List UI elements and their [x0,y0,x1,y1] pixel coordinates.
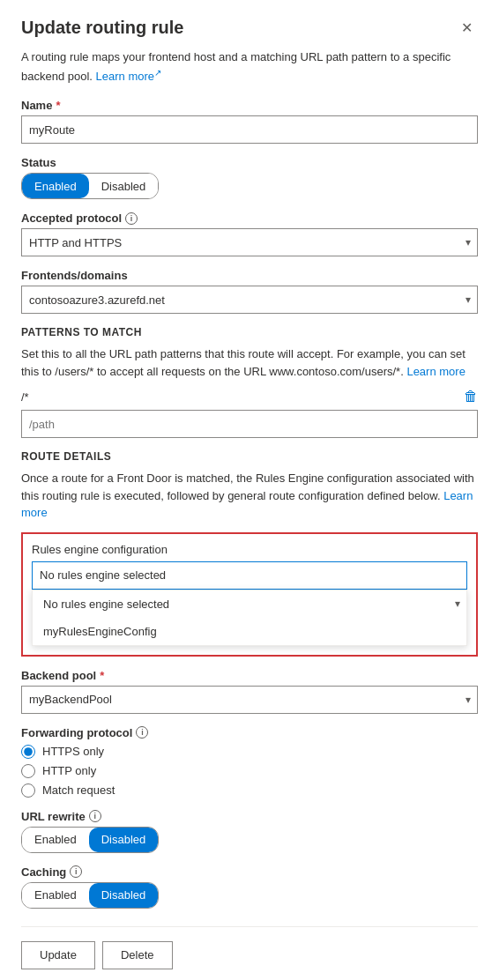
close-button[interactable]: ✕ [456,18,478,38]
status-enabled-button[interactable]: Enabled [22,174,89,198]
url-rewrite-enabled-button[interactable]: Enabled [22,828,89,852]
protocol-select[interactable]: HTTP and HTTPS HTTPS only HTTP only [21,228,478,256]
panel-title: Update routing rule [21,18,183,38]
caching-field-group: Caching i Enabled Disabled [21,865,478,909]
url-rewrite-disabled-button[interactable]: Disabled [89,828,159,852]
backend-pool-label: Backend pool * [21,669,478,682]
pattern-input[interactable] [21,410,478,438]
frontends-label: Frontends/domains [21,269,478,282]
forwarding-protocol-info-icon[interactable]: i [136,726,148,739]
frontends-select-wrapper: contosoazure3.azurefd.net ▾ [21,286,478,314]
rules-engine-option-config[interactable]: myRulesEngineConfig [33,618,466,645]
protocol-field-group: Accepted protocol i HTTP and HTTPS HTTPS… [21,212,478,256]
status-field-group: Status Enabled Disabled [21,156,478,199]
route-details-description: Once a route for a Front Door is matched… [21,470,478,522]
name-required-indicator: * [56,99,60,112]
rules-engine-label: Rules engine configuration [32,543,467,556]
protocol-select-wrapper: HTTP and HTTPS HTTPS only HTTP only ▾ [21,228,478,256]
protocol-label: Accepted protocol i [21,212,478,225]
external-link-icon: ↗ [154,68,161,78]
forwarding-http-only-radio[interactable] [21,764,35,778]
status-label: Status [21,156,478,169]
forwarding-protocol-field-group: Forwarding protocol i HTTPS only HTTP on… [21,726,478,798]
patterns-learn-more-link[interactable]: Learn more [406,365,465,378]
caching-enabled-button[interactable]: Enabled [22,883,89,908]
forwarding-https-only-row: HTTPS only [21,745,478,759]
rules-engine-dropdown: No rules engine selected ▾ No rules engi… [32,561,467,646]
url-rewrite-label: URL rewrite i [21,810,478,823]
forwarding-match-request-row: Match request [21,783,478,798]
route-details-section-title: ROUTE DETAILS [21,450,478,463]
forwarding-http-only-row: HTTP only [21,764,478,778]
url-rewrite-info-icon[interactable]: i [89,810,101,822]
frontends-field-group: Frontends/domains contosoazure3.azurefd.… [21,269,478,314]
name-field-group: Name * [21,99,478,144]
name-label: Name * [21,99,478,112]
status-disabled-button[interactable]: Disabled [89,174,159,198]
description-learn-more-link[interactable]: Learn more↗ [96,70,161,83]
caching-info-icon[interactable]: i [70,865,82,878]
forwarding-match-request-label: Match request [42,783,115,797]
caching-disabled-button[interactable]: Disabled [89,883,159,908]
footer-buttons: Update Delete [21,926,478,969]
patterns-section-title: PATTERNS TO MATCH [21,326,478,338]
backend-pool-select[interactable]: myBackendPool [21,686,478,714]
protocol-info-icon[interactable]: i [125,212,138,225]
name-input[interactable] [21,115,478,144]
update-button[interactable]: Update [21,941,95,969]
status-toggle: Enabled Disabled [21,173,159,199]
pattern-value: /* [21,390,29,404]
frontends-select[interactable]: contosoazure3.azurefd.net [21,286,478,314]
update-routing-rule-panel: Update routing rule ✕ A routing rule map… [0,0,499,980]
pattern-input-group [21,410,478,438]
panel-description: A routing rule maps your frontend host a… [21,48,478,85]
forwarding-https-only-label: HTTPS only [42,745,104,758]
rules-engine-selected[interactable]: No rules engine selected ▾ [32,561,467,590]
rules-engine-option-none[interactable]: No rules engine selected [33,590,466,618]
backend-pool-select-wrapper: myBackendPool ▾ [21,686,478,714]
forwarding-https-only-radio[interactable] [21,745,35,759]
pattern-row: /* 🗑 [21,389,478,405]
patterns-description: Set this to all the URL path patterns th… [21,345,478,380]
caching-toggle: Enabled Disabled [21,882,159,909]
backend-pool-field-group: Backend pool * myBackendPool ▾ [21,669,478,714]
rules-engine-box: Rules engine configuration No rules engi… [21,532,478,657]
url-rewrite-toggle: Enabled Disabled [21,827,159,853]
forwarding-http-only-label: HTTP only [42,764,96,777]
forwarding-protocol-radio-group: HTTPS only HTTP only Match request [21,745,478,798]
delete-button[interactable]: Delete [102,941,173,969]
caching-label: Caching i [21,865,478,879]
delete-pattern-icon[interactable]: 🗑 [464,389,478,405]
backend-pool-required-indicator: * [100,669,104,682]
forwarding-match-request-radio[interactable] [21,783,35,798]
rules-engine-dropdown-menu: No rules engine selected myRulesEngineCo… [32,590,467,646]
panel-header: Update routing rule ✕ [21,18,478,38]
forwarding-protocol-label: Forwarding protocol i [21,726,478,739]
url-rewrite-field-group: URL rewrite i Enabled Disabled [21,810,478,853]
